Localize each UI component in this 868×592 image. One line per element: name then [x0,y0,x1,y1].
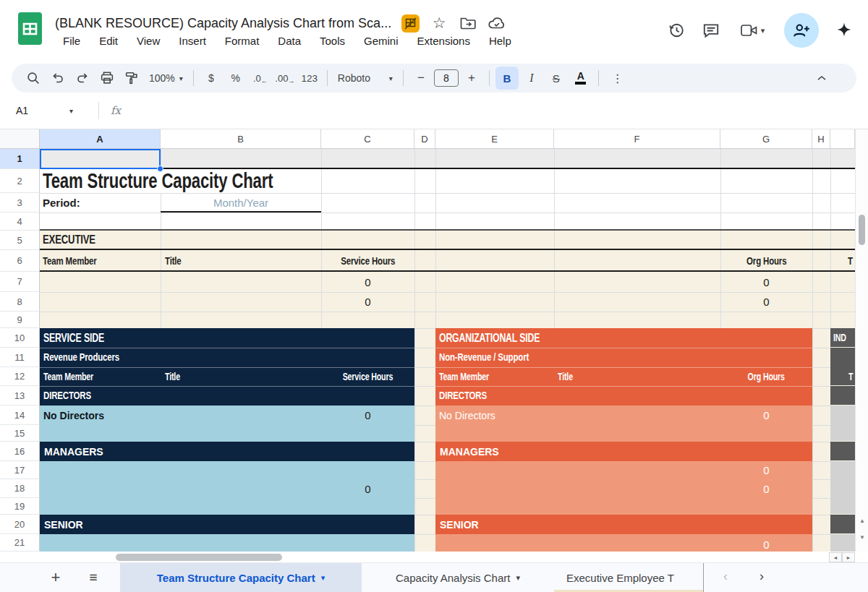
row-header-19[interactable]: 19 [0,498,40,515]
exec-col-org-cell[interactable]: Org Hours [720,250,812,271]
meet-video-icon[interactable]: ▾ [736,21,768,40]
font-size-input[interactable]: 8 [434,69,459,87]
exec-r7-service-cell[interactable]: 0 [321,272,414,292]
row-header-6[interactable]: 6 [0,250,40,272]
executive-header-cell[interactable]: EXECUTIVE [43,231,107,249]
meet-caret-icon[interactable]: ▾ [761,26,765,35]
fill-handle[interactable] [157,166,163,172]
menu-file[interactable]: File [55,33,88,48]
service-managers-header-cell[interactable]: MANAGERS [44,442,261,461]
add-sheet-button[interactable]: + [45,568,67,587]
scroll-right-icon[interactable]: ► [842,552,855,562]
service-managers-value-cell[interactable]: 0 [321,479,414,498]
exec-col-total-cell[interactable]: T [848,250,854,271]
column-header-G[interactable]: G [720,129,812,149]
row-header-4[interactable]: 4 [0,213,40,231]
cloud-saved-icon[interactable] [488,14,506,33]
move-folder-icon[interactable] [459,14,477,33]
select-all-corner[interactable] [0,129,40,149]
search-icon[interactable] [22,67,45,90]
comments-icon[interactable] [702,21,720,40]
row-header-10[interactable]: 10 [0,328,40,348]
row-header-18[interactable]: 18 [0,479,40,498]
period-value-cell[interactable]: Month/Year [161,193,321,213]
font-select[interactable]: Roboto ▾ [333,67,397,90]
row-header-13[interactable]: 13 [0,386,40,406]
currency-format-button[interactable]: $ [200,67,223,90]
strikethrough-button[interactable]: S [545,67,568,90]
menu-insert[interactable]: Insert [171,33,214,48]
italic-button[interactable]: I [520,67,543,90]
row-header-14[interactable]: 14 [0,406,40,425]
row-header-21[interactable]: 21 [0,534,40,552]
menu-extensions[interactable]: Extensions [409,33,478,48]
exec-r8-service-cell[interactable]: 0 [321,292,414,312]
row-header-15[interactable]: 15 [0,425,40,442]
org-no-directors-cell[interactable]: No Directors [439,406,620,425]
org-senior-value-cell[interactable]: 0 [720,536,812,552]
org-managers-header-cell[interactable]: MANAGERS [440,442,657,461]
tabs-scroll-right-icon[interactable]: › [752,569,771,584]
share-button[interactable] [784,13,819,48]
row-header-20[interactable]: 20 [0,515,40,534]
org-directors-header-cell[interactable]: DIRECTORS [439,386,497,405]
tab-team-structure-capacity-chart[interactable]: Team Structure Capacity Chart ▾ [120,563,362,592]
vertical-scrollbar-thumb[interactable] [859,215,865,245]
more-toolbar-button[interactable]: ⋮ [606,67,629,90]
service-directors-header-cell[interactable]: DIRECTORS [43,386,101,405]
paint-format-icon[interactable] [120,67,143,90]
org-senior-header-cell[interactable]: SENIOR [440,515,657,534]
ind-column-total-text[interactable]: T [848,367,854,386]
column-header-D[interactable]: D [414,129,435,149]
row-header-7[interactable]: 7 [0,272,40,292]
sheets-logo-icon[interactable] [18,12,42,45]
service-no-directors-cell[interactable]: No Directors [43,406,224,425]
tab-caret-icon[interactable]: ▾ [321,573,326,583]
name-box-caret-icon[interactable]: ▾ [69,107,98,115]
service-col-team-cell[interactable]: Team Member [43,367,104,386]
cells-canvas[interactable]: Team Structure Capacity Chart Period: Mo… [40,149,855,552]
row-header-17[interactable]: 17 [0,461,40,479]
column-header-A[interactable]: A [40,129,161,149]
zoom-select[interactable]: 100% ▾ [145,67,187,90]
org-col-title-cell[interactable]: Title [558,367,576,386]
row-header-9[interactable]: 9 [0,312,40,328]
document-title[interactable]: (BLANK RESOURCE) Capacity Analysis Chart… [55,16,391,31]
tab-executive-employee[interactable]: Executive Employee T [554,563,704,592]
row-header-1[interactable]: 1 [0,149,40,169]
row-header-5[interactable]: 5 [0,231,40,250]
exec-r8-org-cell[interactable]: 0 [720,292,812,312]
tab-caret-icon[interactable]: ▾ [516,573,520,583]
decrease-font-size-button[interactable]: − [409,67,433,90]
percent-format-button[interactable]: % [224,67,247,90]
sheet-title-cell[interactable]: Team Structure Capacity Chart [43,169,329,193]
exec-r7-org-cell[interactable]: 0 [720,272,812,292]
row-header-2[interactable]: 2 [0,169,40,193]
org-directors-value-cell[interactable]: 0 [720,406,812,425]
redo-icon[interactable] [71,67,94,90]
menu-view[interactable]: View [129,33,168,48]
column-header-B[interactable]: B [161,129,321,149]
star-icon[interactable]: ☆ [430,14,448,33]
service-subheader-cell[interactable]: Revenue Producers [43,348,136,366]
row-header-11[interactable]: 11 [0,348,40,367]
org-side-header-cell[interactable]: ORGANIZATIONAL SIDE [439,328,562,347]
bold-button[interactable]: B [495,67,519,90]
print-icon[interactable] [95,67,119,90]
all-sheets-menu-button[interactable]: ≡ [82,570,104,585]
period-label-cell[interactable]: Period: [43,193,158,213]
exec-col-title-cell[interactable]: Title [165,250,185,271]
tab-capacity-analysis-chart[interactable]: Capacity Analysis Chart ▾ [362,563,554,592]
org-managers-value2-cell[interactable]: 0 [720,479,812,498]
scroll-left-icon[interactable]: ◄ [829,552,842,562]
scroll-up-icon[interactable]: ▲ [856,518,868,524]
row-header-8[interactable]: 8 [0,292,40,312]
row-header-12[interactable]: 12 [0,367,40,386]
menu-format[interactable]: Format [217,33,268,48]
hide-toolbar-icon[interactable] [810,67,833,90]
menu-gemini[interactable]: Gemini [356,33,407,48]
exec-col-service-cell[interactable]: Service Hours [321,250,414,271]
service-col-hours-cell[interactable]: Service Hours [321,367,414,386]
ind-column-header-text[interactable]: IND [833,328,849,347]
menu-data[interactable]: Data [270,33,309,48]
